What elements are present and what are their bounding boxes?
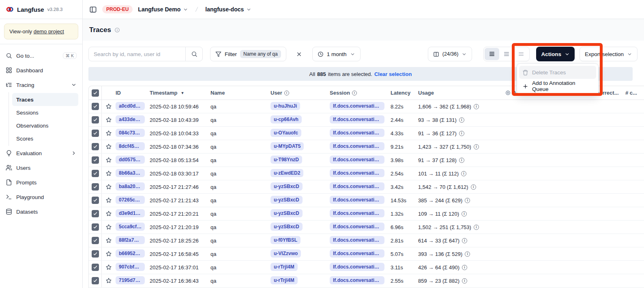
trace-id-badge[interactable]: 07265c7a... [116, 196, 145, 204]
sidebar-item-traces[interactable]: Traces [12, 93, 78, 106]
info-icon[interactable]: i [462, 265, 467, 270]
bookmark-star-icon[interactable] [102, 130, 116, 136]
sidebar-toggle-icon[interactable] [89, 6, 97, 13]
header-session[interactable]: Session i [330, 90, 391, 96]
session-id-badge[interactable]: lf.docs.conversation... [330, 115, 384, 123]
info-icon[interactable]: i [474, 144, 479, 149]
info-icon[interactable]: i [465, 198, 470, 203]
bookmark-star-icon[interactable] [102, 197, 116, 204]
info-icon[interactable]: i [462, 238, 467, 243]
trace-id-badge[interactable]: 5cca9cf2... [116, 223, 145, 231]
trace-id-badge[interactable]: 8dcf4574... [116, 142, 145, 150]
search-input[interactable] [89, 51, 182, 57]
bookmark-star-icon[interactable] [102, 224, 116, 230]
user-id-badge[interactable]: u-MYpDAT5 [270, 142, 304, 150]
bookmark-star-icon[interactable] [102, 184, 116, 190]
bookmark-star-icon[interactable] [102, 210, 116, 217]
row-height-large-icon[interactable] [514, 48, 528, 60]
row-height-medium-icon[interactable] [499, 48, 514, 60]
user-id-badge[interactable]: u-huJhuJi [270, 102, 300, 110]
session-id-badge[interactable]: lf.docs.conversation... [330, 129, 384, 137]
bookmark-star-icon[interactable] [102, 251, 116, 257]
sidebar-item-goto[interactable]: Go to... ⌘ K [0, 48, 82, 63]
sidebar-item-observations[interactable]: Observations [12, 119, 78, 132]
time-range-button[interactable]: 1 month [312, 47, 361, 61]
session-id-badge[interactable]: lf.docs.conversation... [330, 142, 384, 150]
actions-button[interactable]: Actions [536, 47, 575, 61]
user-id-badge[interactable]: u-yzSBxcD [270, 223, 303, 231]
session-id-badge[interactable]: lf.docs.conversation... [330, 156, 384, 164]
menu-item-delete-traces[interactable]: Delete Traces [519, 66, 596, 79]
header-latency[interactable]: Latency [391, 90, 418, 96]
user-id-badge[interactable]: u-OYauofc [270, 129, 301, 137]
select-all-checkbox[interactable] [92, 89, 99, 97]
session-id-badge[interactable]: lf.docs.conversation... [330, 102, 384, 110]
info-icon[interactable]: i [462, 278, 467, 284]
sidebar-item-prompts[interactable]: Prompts [0, 175, 82, 190]
sidebar-item-dashboard[interactable]: Dashboard [0, 63, 82, 78]
row-checkbox[interactable] [92, 250, 99, 258]
trace-id-badge[interactable]: 7195d78e... [116, 276, 145, 284]
menu-item-add-to-annotation-queue[interactable]: Add to Annotation Queue [519, 80, 596, 93]
clear-filter-icon[interactable] [294, 48, 305, 60]
row-checkbox[interactable] [92, 277, 99, 284]
bookmark-star-icon[interactable] [102, 237, 116, 244]
bookmark-star-icon[interactable] [102, 264, 116, 271]
trace-id-badge[interactable]: 88f2a7b0... [116, 236, 145, 244]
row-checkbox[interactable] [92, 223, 99, 231]
info-icon[interactable]: i [471, 184, 476, 190]
header-id[interactable]: ID [116, 90, 150, 96]
info-icon[interactable]: i [459, 131, 464, 136]
session-id-badge[interactable]: lf.docs.conversation... [330, 209, 384, 217]
trace-id-badge[interactable]: dd05753... [116, 156, 145, 164]
user-id-badge[interactable]: u-yzSBxcD [270, 196, 303, 204]
row-checkbox[interactable] [92, 183, 99, 191]
header-user[interactable]: User i [270, 90, 330, 96]
session-id-badge[interactable]: lf.docs.conversation... [330, 182, 384, 191]
user-id-badge[interactable]: u-yzSBxcD [270, 209, 303, 217]
trace-id-badge[interactable]: ba8a208f... [116, 182, 145, 191]
sidebar-item-evaluation[interactable]: Evaluation [0, 146, 82, 160]
session-id-badge[interactable]: lf.docs.conversation... [330, 263, 384, 271]
bookmark-star-icon[interactable] [102, 157, 116, 163]
row-checkbox[interactable] [92, 264, 99, 271]
project-selector[interactable]: langfuse-docs [205, 6, 251, 13]
bookmark-star-icon[interactable] [102, 143, 116, 150]
export-selection-button[interactable]: Export selection [580, 47, 638, 61]
row-checkbox[interactable] [92, 116, 99, 123]
row-checkbox[interactable] [92, 237, 99, 244]
bookmark-star-icon[interactable] [102, 277, 116, 284]
info-icon[interactable]: i [465, 251, 470, 257]
header-name[interactable]: Name [210, 90, 270, 96]
session-id-badge[interactable]: lf.docs.conversation... [330, 276, 384, 284]
trace-id-badge[interactable]: 907cbf6e... [116, 263, 145, 271]
user-id-badge[interactable]: u-rTrjl4M [270, 263, 298, 271]
session-id-badge[interactable]: lf.docs.conversation... [330, 236, 384, 244]
session-id-badge[interactable]: lf.docs.conversation... [330, 249, 384, 258]
row-checkbox[interactable] [92, 130, 99, 137]
trace-id-badge[interactable]: 8b66a34... [116, 169, 145, 177]
header-usage[interactable]: Usage [418, 90, 505, 96]
bookmark-star-icon[interactable] [102, 103, 116, 110]
trace-id-badge[interactable]: d3e9d1f2... [116, 209, 145, 217]
row-checkbox[interactable] [92, 210, 99, 217]
trace-id-badge[interactable]: 084c739... [116, 129, 145, 137]
sidebar-item-scores[interactable]: Scores [12, 132, 78, 145]
org-selector[interactable]: Langfuse Demo [138, 6, 188, 13]
user-id-badge[interactable]: u-cp66Avh [270, 115, 302, 123]
clear-selection-link[interactable]: Clear selection [374, 71, 412, 77]
sidebar-item-tracing[interactable]: Tracing [0, 78, 82, 92]
user-id-badge[interactable]: u-f0YfBSL [270, 236, 301, 244]
row-checkbox[interactable] [92, 170, 99, 177]
column-visibility-button[interactable]: (24/36) [428, 47, 472, 61]
search-icon[interactable] [185, 47, 202, 61]
info-icon[interactable]: i [462, 211, 467, 217]
trace-id-badge[interactable]: a433de51... [116, 115, 145, 123]
info-icon[interactable]: i [474, 225, 479, 230]
row-checkbox[interactable] [92, 103, 99, 110]
header-more[interactable]: # c... [625, 90, 644, 96]
row-checkbox[interactable] [92, 143, 99, 150]
row-height-small-icon[interactable] [485, 48, 499, 60]
user-id-badge[interactable]: u-rTrjl4M [270, 276, 298, 284]
info-icon[interactable]: i [474, 104, 479, 109]
